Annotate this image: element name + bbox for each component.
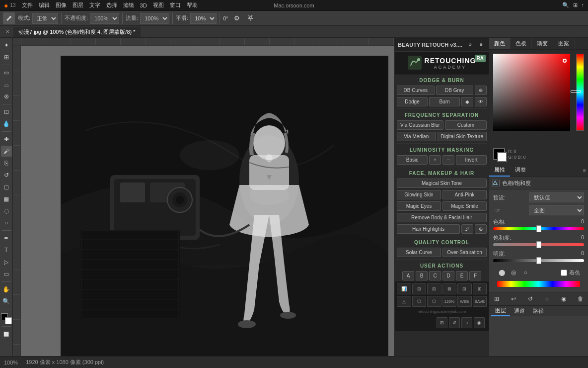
panel-expand-btn[interactable]: » xyxy=(466,40,475,49)
magic-smile-btn[interactable]: Magic Smile xyxy=(442,201,487,211)
bottom-icon3[interactable]: ↺ xyxy=(526,294,535,303)
lasso-tool-btn[interactable]: ⌓ xyxy=(1,79,12,90)
action-b-btn[interactable]: B xyxy=(416,271,428,280)
action-e-btn[interactable]: E xyxy=(456,271,468,280)
eyedropper-tool-btn[interactable]: 💧 xyxy=(1,118,12,129)
eraser-tool-btn[interactable]: ◻ xyxy=(1,182,12,192)
digital-skin-btn[interactable]: Digital Skin Texture xyxy=(438,132,487,141)
menu-item-3d[interactable]: 3D xyxy=(140,2,147,8)
magic-eyes-btn[interactable]: Magic Eyes xyxy=(397,201,441,211)
opacity-select[interactable]: 100% xyxy=(90,13,119,24)
tab-pattern[interactable]: 图案 xyxy=(553,38,575,49)
mode-select[interactable]: 正常 xyxy=(32,13,58,24)
panel-bottom-icon1[interactable]: ⊞ xyxy=(437,317,447,328)
hair-highlights-btn[interactable]: Hair Highlights xyxy=(397,224,460,234)
grid-icon-3[interactable]: ⊞ xyxy=(427,283,441,294)
panel-bottom-icon3[interactable]: ○ xyxy=(461,317,472,328)
panel-menu-btn[interactable]: ≡ xyxy=(477,40,486,49)
channel-select[interactable]: 全图 xyxy=(529,205,584,215)
brush-tool-btn[interactable]: 🖌 xyxy=(1,146,12,157)
smooth-select[interactable]: 10% xyxy=(190,13,217,24)
tab-gradient[interactable]: 渐变 xyxy=(532,38,553,49)
grid-icon-12[interactable]: SAVE xyxy=(473,296,487,307)
sat-slider-track[interactable] xyxy=(493,243,584,246)
document-tab[interactable]: 动漫7.jpg @ 100% (色相/饱和度 4, 图层蒙版/8) * xyxy=(13,26,141,37)
sample-fg-btn[interactable]: ◎ xyxy=(509,268,518,277)
light-slider-track[interactable] xyxy=(493,259,584,262)
db-eye-btn[interactable]: 👁 xyxy=(475,97,487,106)
bg-swatch[interactable] xyxy=(497,152,507,162)
canvas-viewport[interactable] xyxy=(21,46,394,356)
action-f-btn[interactable]: F xyxy=(469,271,481,280)
flow-select[interactable]: 100% xyxy=(140,13,169,24)
via-gaussian-btn[interactable]: Via Gaussian Blur xyxy=(397,120,443,130)
tab-swatches[interactable]: 色板 xyxy=(511,38,532,49)
hue-bar[interactable] xyxy=(576,54,584,131)
color-swatches[interactable] xyxy=(1,313,12,324)
path-select-btn[interactable]: ▷ xyxy=(1,257,12,268)
gradient-tool-btn[interactable]: ▦ xyxy=(1,193,12,204)
invert-btn[interactable]: Invert xyxy=(456,155,487,165)
action-d-btn[interactable]: D xyxy=(442,271,454,280)
panels-icon[interactable]: ⊞ xyxy=(573,2,578,8)
grid-icon-8[interactable]: ⬡ xyxy=(412,296,427,307)
grid-icon-4[interactable]: ⊠ xyxy=(442,283,457,294)
share-icon[interactable]: ↑ xyxy=(582,2,585,8)
basic-btn[interactable]: Basic xyxy=(397,155,428,165)
panel-bottom-icon4[interactable]: ◉ xyxy=(474,317,485,328)
solar-curve-btn[interactable]: Solar Curve xyxy=(397,248,441,257)
bottom-icon5[interactable]: ◉ xyxy=(559,294,568,303)
background-swatch[interactable] xyxy=(5,317,12,324)
menu-item-view[interactable]: 视图 xyxy=(153,1,164,9)
action-c-btn[interactable]: C xyxy=(429,271,441,280)
shape-tool-btn[interactable]: ▭ xyxy=(1,269,12,279)
grid-icon-7[interactable]: △ xyxy=(397,296,411,307)
burn-btn[interactable]: Burn xyxy=(429,97,460,106)
over-saturation-btn[interactable]: Over-Saturation xyxy=(442,248,487,257)
close-tab-icon[interactable]: ✕ xyxy=(2,26,13,37)
symmetry-icon[interactable]: ⛧ xyxy=(245,13,256,24)
bottom-icon6[interactable]: 🗑 xyxy=(576,294,585,303)
grid-icon-5[interactable]: ⊞ xyxy=(457,283,472,294)
marquee-tool-btn[interactable]: ▭ xyxy=(1,67,12,78)
heal-tool-btn[interactable]: ✚ xyxy=(1,134,12,145)
db-swatch-btn[interactable]: ◆ xyxy=(461,97,473,106)
channels-tab[interactable]: 通道 xyxy=(510,306,529,316)
quick-mask-btn[interactable]: ⬜ xyxy=(1,329,12,340)
settings-icon[interactable]: ⚙ xyxy=(231,13,242,24)
bottom-icon2[interactable]: ↩ xyxy=(509,294,518,303)
sample-bg-btn[interactable]: ○ xyxy=(521,268,530,277)
menu-item-help[interactable]: 帮助 xyxy=(187,1,198,9)
history-brush-btn[interactable]: ↺ xyxy=(1,170,12,181)
grid-icon-11[interactable]: WEB xyxy=(457,296,472,307)
stamp-tool-btn[interactable]: ⎘ xyxy=(1,158,12,169)
menu-item-select[interactable]: 选择 xyxy=(106,1,117,9)
grid-icon-10[interactable]: 120% xyxy=(442,296,457,307)
pen-tool-btn[interactable]: ✒ xyxy=(1,233,12,244)
crop-tool-btn[interactable]: ⊡ xyxy=(1,106,12,117)
panel-menu-icon[interactable]: ≡ xyxy=(583,38,588,49)
hue-thumb[interactable] xyxy=(536,225,541,232)
menu-item-image[interactable]: 图像 xyxy=(56,1,67,9)
grid-icon-2[interactable]: ⊞ xyxy=(412,283,427,294)
fg-swatch[interactable] xyxy=(493,148,505,160)
grid-icon-9[interactable]: ⬡ xyxy=(427,296,441,307)
grid-icon-6[interactable]: ⊞ xyxy=(473,283,487,294)
hair-icon2-btn[interactable]: ⊕ xyxy=(475,224,487,234)
colorize-checkbox[interactable] xyxy=(561,270,567,276)
bottom-icon1[interactable]: ⊞ xyxy=(492,294,501,303)
text-tool-btn[interactable]: T xyxy=(1,245,12,256)
panel-bottom-icon2[interactable]: ↺ xyxy=(449,317,460,328)
preset-select[interactable]: 默认值 xyxy=(529,192,584,202)
menu-item-file[interactable]: 文件 xyxy=(22,1,33,9)
db-icon1-btn[interactable]: ⊕ xyxy=(475,86,487,95)
sat-thumb[interactable] xyxy=(536,241,541,248)
artboard-tool-btn[interactable]: ⊞ xyxy=(1,52,12,63)
color-spectrum-container[interactable] xyxy=(493,54,570,131)
magic-wand-btn[interactable]: ⊛ xyxy=(1,91,12,102)
menu-item-filter[interactable]: 滤镜 xyxy=(123,1,134,9)
menu-item-layer[interactable]: 图层 xyxy=(73,1,83,9)
hand-cursor-btn[interactable]: ☞ xyxy=(493,206,502,215)
tab-color[interactable]: 颜色 xyxy=(489,38,511,49)
blur-tool-btn[interactable]: ◌ xyxy=(1,205,12,216)
